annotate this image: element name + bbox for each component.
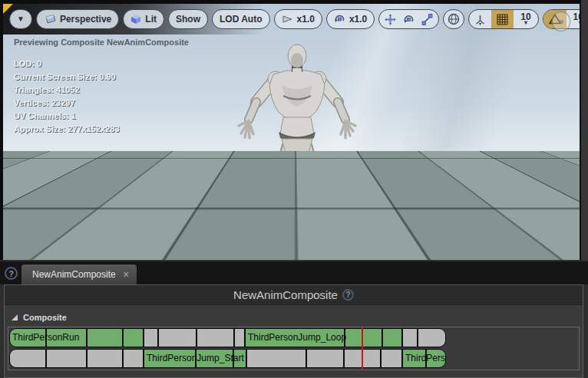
lod-label: LOD Auto [220, 14, 263, 25]
grid-snap-toggle[interactable] [491, 9, 514, 29]
segment-divider [195, 350, 197, 367]
viewport-corner-flag [3, 4, 13, 14]
camera-mode-label: Perspective [60, 14, 111, 25]
tab-label: NewAnimComposite [32, 269, 116, 280]
stat-line: UV Channels: 1 [14, 110, 120, 123]
anim-segment[interactable]: ThirdPersonJump_Start [144, 349, 246, 368]
viewport-toolbar: ▼ Perspective Lit Show [9, 9, 580, 29]
scale-tool-icon[interactable] [421, 14, 433, 25]
turntable-speed-label: x1.0 [349, 14, 367, 25]
playback-speed-button[interactable]: x1.0 [274, 9, 322, 29]
empty-segment[interactable] [246, 349, 402, 368]
chevrons-right-icon: » [559, 16, 564, 27]
segment-divider [233, 350, 234, 367]
composite-panel: NewAnimComposite ? Composite ThirdPerson… [4, 284, 583, 378]
lod-button[interactable]: LOD Auto [212, 9, 270, 29]
playback-speed-icon [282, 15, 293, 24]
composite-section-header[interactable]: Composite [5, 305, 583, 327]
transform-tools-group [378, 9, 439, 29]
panel-title: NewAnimComposite [233, 288, 338, 301]
coordinate-system-button[interactable] [443, 9, 464, 29]
stat-line: LOD: 0 [14, 58, 120, 71]
viewport-right-margin [580, 0, 588, 260]
snap-axis-button[interactable] [469, 9, 491, 29]
tab-close-icon[interactable]: × [124, 269, 129, 280]
lit-cube-icon [130, 14, 141, 25]
stat-line: Current Screen Size: 0.90 [14, 71, 120, 84]
playhead[interactable] [362, 327, 363, 370]
segment-divider [157, 329, 159, 347]
world-globe-icon [448, 13, 460, 25]
grid-snap-group: 10 ▾ [468, 9, 538, 29]
turntable-icon [334, 14, 345, 25]
grid-snap-value-button[interactable]: 10 ▾ [514, 13, 537, 25]
previewing-banner: Previewing Composite NewAnimComposite [14, 38, 189, 47]
composite-section-label: Composite [23, 313, 67, 322]
segment-label: ThirdPersonJump_Loop [248, 332, 346, 343]
composite-track-row: ThirdPersonRunThirdPersonJump_Loop [9, 328, 579, 348]
stat-line: Triangles: 41052 [14, 84, 120, 97]
tab-newanimcomposite[interactable]: NewAnimComposite × [21, 265, 137, 284]
playback-speed-label: x1.0 [297, 14, 315, 25]
segment-divider [417, 329, 418, 347]
snap-axis-icon [474, 14, 486, 25]
rotate-tool-icon[interactable] [403, 14, 415, 25]
segment-divider [86, 329, 88, 347]
document-tab-bar: ? NewAnimComposite × [0, 261, 588, 284]
perspective-icon [44, 15, 56, 24]
segment-divider [233, 329, 235, 347]
composite-tracks[interactable]: ThirdPersonRunThirdPersonJump_LoopThirdP… [8, 327, 580, 370]
turntable-speed-button[interactable]: x1.0 [326, 9, 375, 29]
camera-mode-button[interactable]: Perspective [36, 9, 119, 29]
help-icon[interactable]: ? [5, 267, 18, 280]
caret-down-icon: ▾ [524, 21, 527, 25]
anim-segment[interactable]: ThirdPersonJump_Loop [245, 328, 402, 347]
grid-icon [497, 14, 508, 25]
viewport-stats: LOD: 0Current Screen Size: 0.90Triangles… [14, 58, 120, 136]
animation-composite-editor: ▼ Perspective Lit Show [0, 0, 588, 378]
segment-divider [86, 350, 88, 367]
panel-help-icon[interactable]: ? [342, 289, 354, 301]
segment-divider [45, 329, 47, 347]
stat-line: Vertices: 23297 [14, 97, 120, 110]
show-button[interactable]: Show [168, 9, 208, 29]
segment-divider [45, 350, 47, 367]
view-mode-label: Lit [145, 14, 157, 25]
preview-viewport[interactable]: ▼ Perspective Lit Show [3, 4, 580, 260]
segment-divider [343, 350, 345, 367]
segment-divider [196, 329, 197, 347]
view-mode-button[interactable]: Lit [123, 9, 164, 29]
segment-divider [425, 350, 427, 367]
empty-segment[interactable] [144, 328, 245, 347]
caret-down-icon: ▼ [17, 15, 25, 23]
mannequin-character[interactable] [228, 41, 366, 244]
composite-track-row: ThirdPersonJump_StartThirdPers [9, 349, 579, 369]
segment-divider [122, 329, 124, 347]
show-label: Show [176, 14, 200, 25]
segment-divider [344, 329, 345, 347]
stat-line: Approx Size: 277x152x283 [14, 123, 120, 136]
asset-editor-area: ? NewAnimComposite × NewAnimComposite ? … [0, 260, 588, 378]
anim-segment[interactable]: ThirdPersonRun [9, 328, 144, 347]
expander-icon[interactable] [12, 314, 18, 320]
segment-divider [382, 329, 383, 347]
empty-segment[interactable] [402, 328, 446, 347]
translate-tool-icon[interactable] [385, 14, 396, 25]
segment-divider [306, 350, 307, 367]
segment-divider [122, 350, 124, 367]
segment-divider [380, 350, 382, 367]
panel-header: NewAnimComposite ? [5, 285, 583, 305]
anim-segment[interactable]: ThirdPers [402, 349, 446, 368]
empty-segment[interactable] [9, 349, 144, 368]
toolbar-overflow-button[interactable]: » [552, 12, 570, 31]
